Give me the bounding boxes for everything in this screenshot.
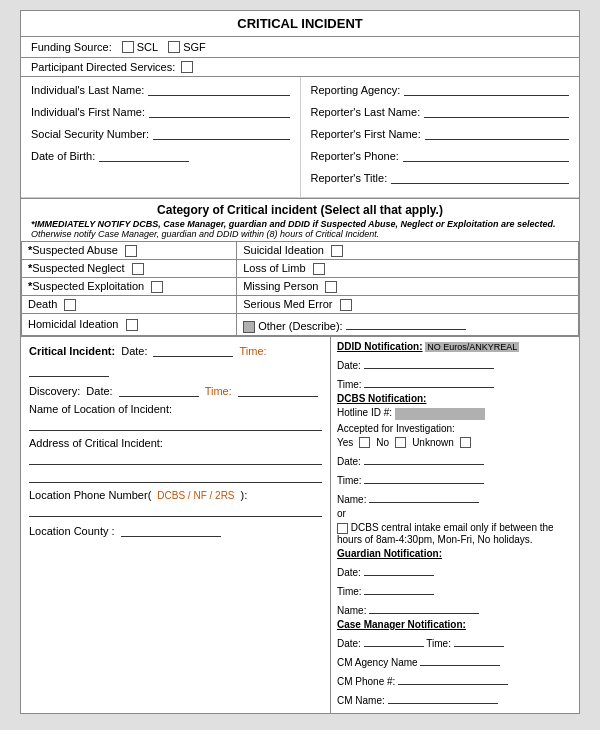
reporter-phone-field: Reporter's Phone: [311,148,570,162]
dob-input[interactable] [99,148,189,162]
reporter-last-name-input[interactable] [424,104,569,118]
guardian-time-input[interactable] [364,581,434,595]
first-name-field: Individual's First Name: [31,104,290,118]
address-line2-input[interactable] [29,469,322,483]
cm-phone-input[interactable] [398,671,508,685]
category-notice: *IMMEDIATELY NOTIFY DCBS, Case Manager, … [21,217,579,241]
location-name-input[interactable] [29,417,322,431]
dcbs-email-checkbox[interactable] [337,523,348,534]
reporting-agency-input[interactable] [404,82,569,96]
discovery-time-input[interactable] [238,383,318,397]
location-county-label: Location County : [29,525,115,537]
ssn-label: Social Security Number: [31,128,149,140]
location-phone-field: Location Phone Number( DCBS / NF / 2RS )… [29,489,322,517]
cm-time-input[interactable] [454,633,504,647]
cm-agency-field: CM Agency Name [337,652,573,668]
ssn-input[interactable] [153,126,290,140]
scl-checkbox[interactable] [122,41,134,53]
guardian-date-input[interactable] [364,562,434,576]
dcbs-time-input[interactable] [364,470,484,484]
suspected-exploitation-checkbox[interactable] [151,281,163,293]
scl-label: SCL [137,41,158,53]
cm-time-label: Time: [426,638,451,649]
cm-name-input[interactable] [388,690,498,704]
or-label: or [337,508,346,519]
dcbs-date-input[interactable] [364,451,484,465]
address-label: Address of Critical Incident: [29,437,322,449]
death-checkbox[interactable] [64,299,76,311]
cat-death: Death [22,296,237,314]
cm-name-field: CM Name: [337,690,573,706]
location-county-input[interactable] [121,523,221,537]
left-column: Individual's Last Name: Individual's Fir… [21,77,301,197]
reporter-title-input[interactable] [391,170,569,184]
hotline-field: Hotline ID #: [337,407,573,419]
bottom-section: Critical Incident: Date: Time: Discovery… [21,336,579,712]
sgf-checkbox[interactable] [168,41,180,53]
cat-suicidal-ideation: Suicidal Ideation [237,242,579,260]
first-name-input[interactable] [149,104,290,118]
cm-phone-field: CM Phone #: [337,671,573,687]
scl-option: SCL [122,41,158,53]
reporter-first-name-input[interactable] [425,126,569,140]
reporter-phone-input[interactable] [403,148,569,162]
suspected-neglect-checkbox[interactable] [132,263,144,275]
reporter-first-name-label: Reporter's First Name: [311,128,421,140]
loss-of-limb-checkbox[interactable] [313,263,325,275]
dob-field: Date of Birth: [31,148,290,162]
form-title: CRITICAL INCIDENT [21,11,579,37]
ddid-time-label: Time: [337,379,362,390]
incident-label: Critical Incident: [29,345,115,357]
cat-suspected-abuse: *Suspected Abuse [22,242,237,260]
other-describe-input[interactable] [346,316,466,330]
accepted-label: Accepted for Investigation: [337,423,455,434]
bottom-left: Critical Incident: Date: Time: Discovery… [21,337,331,712]
unknown-label: Unknown [412,437,454,448]
cm-agency-input[interactable] [420,652,500,666]
yes-no-row: Yes No Unknown [337,437,573,448]
guardian-date-field: Date: [337,562,573,578]
participant-row: Participant Directed Services: [21,58,579,77]
incident-time-input[interactable] [29,363,109,377]
discovery-time-label: Time: [205,385,232,397]
discovery-label: Discovery: [29,385,80,397]
unknown-checkbox[interactable] [460,437,471,448]
participant-checkbox[interactable] [181,61,193,73]
location-county-field: Location County : [29,523,322,537]
cm-name-label: CM Name: [337,695,385,706]
discovery-date-label: Date: [86,385,112,397]
address-line1-input[interactable] [29,451,322,465]
discovery-date-input[interactable] [119,383,199,397]
dcbs-name-input[interactable] [369,489,479,503]
discovery-field: Discovery: Date: Time: [29,383,322,397]
homicidal-ideation-checkbox[interactable] [126,319,138,331]
hotline-label: Hotline ID #: [337,407,392,418]
dcbs-notification-field: DCBS Notification: [337,393,573,404]
last-name-label: Individual's Last Name: [31,84,144,96]
no-checkbox[interactable] [395,437,406,448]
name-fields-section: Individual's Last Name: Individual's Fir… [21,77,579,198]
other-checkbox[interactable] [243,321,255,333]
serious-med-error-checkbox[interactable] [340,299,352,311]
hotline-id-input[interactable] [395,408,485,420]
suicidal-ideation-checkbox[interactable] [331,245,343,257]
location-phone-label: Location Phone Number( [29,489,151,501]
location-name-label: Name of Location of Incident: [29,403,322,415]
missing-person-checkbox[interactable] [325,281,337,293]
incident-date-input[interactable] [153,343,233,357]
reporting-agency-field: Reporting Agency: [311,82,570,96]
guardian-name-input[interactable] [369,600,479,614]
suspected-abuse-checkbox[interactable] [125,245,137,257]
ddid-time-input[interactable] [364,374,494,388]
reporter-title-label: Reporter's Title: [311,172,388,184]
last-name-input[interactable] [148,82,289,96]
cm-date-label: Date: [337,638,361,649]
ddid-date-input[interactable] [364,355,494,369]
cm-date-input[interactable] [364,633,424,647]
ddid-notification-field: DDID Notification: NO Euros/ANKYREAL [337,341,573,352]
guardian-notification-field: Guardian Notification: [337,548,573,559]
yes-checkbox[interactable] [359,437,370,448]
dcbs-date-label: Date: [337,456,361,467]
location-phone-input[interactable] [29,503,322,517]
dob-label: Date of Birth: [31,150,95,162]
